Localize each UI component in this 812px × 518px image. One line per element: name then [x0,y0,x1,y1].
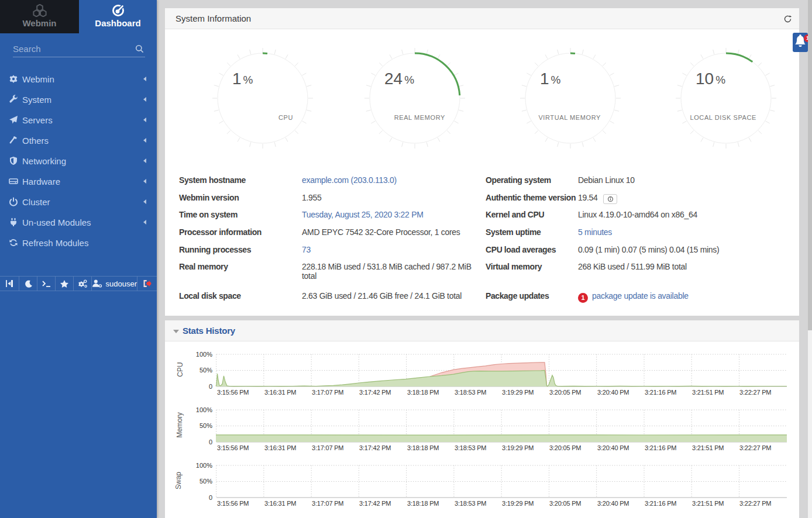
svg-text:3:16:31 PM: 3:16:31 PM [264,500,296,507]
svg-text:3:18:18 PM: 3:18:18 PM [407,444,439,451]
svg-text:3:17:42 PM: 3:17:42 PM [359,444,391,451]
svg-text:3:15:56 PM: 3:15:56 PM [217,500,249,507]
svg-text:0: 0 [209,438,212,446]
svg-text:3:21:51 PM: 3:21:51 PM [692,389,724,396]
svg-text:3:20:40 PM: 3:20:40 PM [597,500,629,507]
svg-text:REAL MEMORY: REAL MEMORY [394,114,445,121]
svg-text:50%: 50% [199,422,212,429]
svg-text:3:20:05 PM: 3:20:05 PM [549,389,581,396]
svg-text:10%: 10% [696,70,725,88]
svg-text:0: 0 [209,383,212,390]
svg-text:3:22:27 PM: 3:22:27 PM [739,500,771,507]
svg-text:CPU: CPU [278,114,293,121]
svg-text:3:18:53 PM: 3:18:53 PM [455,500,486,507]
svg-text:3:21:16 PM: 3:21:16 PM [645,389,676,396]
svg-text:3:22:27 PM: 3:22:27 PM [739,389,771,396]
svg-text:3:17:07 PM: 3:17:07 PM [312,500,343,507]
svg-text:3:17:07 PM: 3:17:07 PM [312,389,343,396]
svg-text:3:21:16 PM: 3:21:16 PM [645,500,676,507]
svg-text:3:19:29 PM: 3:19:29 PM [502,444,534,451]
svg-text:3:20:05 PM: 3:20:05 PM [549,444,581,451]
svg-text:100%: 100% [196,351,212,358]
svg-text:3:19:29 PM: 3:19:29 PM [502,500,534,507]
svg-text:3:16:31 PM: 3:16:31 PM [264,389,296,396]
svg-text:3:18:53 PM: 3:18:53 PM [455,444,486,451]
svg-text:Memory: Memory [176,412,184,437]
svg-text:3:21:16 PM: 3:21:16 PM [645,444,676,451]
svg-text:3:21:51 PM: 3:21:51 PM [692,444,724,451]
svg-text:24%: 24% [384,70,414,88]
svg-text:3:18:18 PM: 3:18:18 PM [407,389,439,396]
svg-text:50%: 50% [199,478,212,485]
svg-text:1%: 1% [232,70,253,88]
svg-text:3:17:42 PM: 3:17:42 PM [359,389,391,396]
svg-text:1%: 1% [540,70,561,88]
svg-text:CPU: CPU [176,362,184,377]
svg-text:3:15:56 PM: 3:15:56 PM [217,389,249,396]
svg-text:3:18:18 PM: 3:18:18 PM [407,500,439,507]
svg-text:3:17:42 PM: 3:17:42 PM [359,500,391,507]
svg-text:LOCAL DISK SPACE: LOCAL DISK SPACE [690,114,756,121]
svg-text:3:20:40 PM: 3:20:40 PM [597,444,629,451]
svg-text:3:17:07 PM: 3:17:07 PM [312,444,343,451]
svg-text:VIRTUAL MEMORY: VIRTUAL MEMORY [538,114,601,121]
svg-text:3:21:51 PM: 3:21:51 PM [692,500,724,507]
svg-text:3:16:31 PM: 3:16:31 PM [264,444,296,451]
svg-text:100%: 100% [196,462,212,469]
svg-text:0: 0 [209,494,212,501]
svg-text:3:20:40 PM: 3:20:40 PM [597,389,629,396]
svg-text:3:20:05 PM: 3:20:05 PM [549,500,581,507]
svg-text:Swap: Swap [174,472,183,489]
svg-text:3:22:27 PM: 3:22:27 PM [739,444,771,451]
svg-text:50%: 50% [199,367,212,374]
svg-text:3:18:53 PM: 3:18:53 PM [455,389,486,396]
svg-text:100%: 100% [196,406,212,413]
svg-text:3:19:29 PM: 3:19:29 PM [502,389,534,396]
svg-text:3:15:56 PM: 3:15:56 PM [217,444,249,451]
